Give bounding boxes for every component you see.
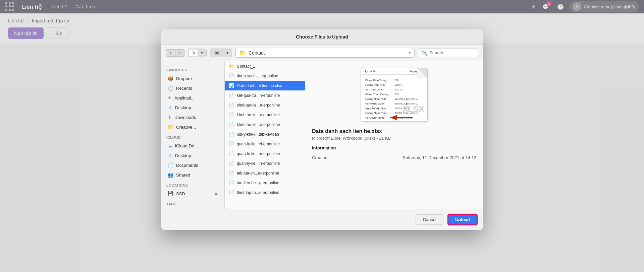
view-dropdown-button[interactable]: ▾: [198, 50, 206, 56]
file-preview-thumbnail: Họ và tên Ngày sinh Phạm Kiến Trung2/1/.…: [361, 68, 428, 122]
file-khoi1-icon: 📄: [229, 103, 234, 108]
file-info-type: Microsoft Excel Workbook (.xlsx) - 11 KB: [312, 136, 476, 141]
sidebar: Favorites 📦 Dropbox 🕐 Recents ✈ Applicat…: [161, 61, 225, 209]
file-item-khoi-tao-2[interactable]: 📄 khoi-tao-lie...y-erponline: [225, 110, 305, 120]
sidebar-label-recents: Recents: [176, 86, 192, 91]
file-tao-lien-icon: 📄: [229, 180, 234, 185]
file-item-tab-lua[interactable]: 📄 tab-lua-ch...el-erponline: [225, 168, 305, 178]
file-item-contact1[interactable]: 📁 Contact_1: [225, 61, 305, 71]
eject-icon[interactable]: ⏏: [214, 192, 218, 196]
view-list-toggle: ⊞⊞ ▾: [210, 49, 232, 57]
file-quan-ly2-icon: 📄: [229, 151, 234, 156]
file-luu-y-icon: 📄: [229, 132, 234, 137]
xlsx-watermark: XLSX: [402, 104, 424, 115]
sidebar-label-desktop-fav: Desktop: [175, 105, 191, 110]
sidebar-item-desktop-icloud[interactable]: 🖥 Desktop: [162, 151, 223, 160]
file-quan-ly3-icon: 📄: [229, 161, 234, 166]
file-name-khoi1: khoi-tao-lie...n-erponline: [237, 103, 280, 108]
info-created-row: Created Saturday, 11 December 2021 at 14…: [312, 154, 476, 161]
icloud-title: iCloud: [161, 132, 224, 141]
favorites-title: Favorites: [161, 65, 224, 73]
col-ngay-sinh: Ngày sinh: [410, 70, 425, 73]
sidebar-item-icloud-drive[interactable]: ☁ iCloud Dri...: [162, 141, 223, 150]
creative-icon: 📁: [168, 124, 173, 130]
file-item-quan-ly-2[interactable]: 📄 quan-ly-lie...m-erponline: [225, 149, 305, 158]
file-name-quan-ly2: quan-ly-lie...m-erponline: [237, 151, 280, 156]
folder-contact1-icon: 📁: [229, 64, 234, 69]
file-item-quan-ly-3[interactable]: 📄 quan-ly-lie...in-erponline: [225, 158, 305, 168]
preview-table-header: Họ và tên Ngày sinh: [361, 68, 427, 75]
dropbox-icon: 📦: [168, 76, 173, 81]
file-item-ket-qua[interactable]: 📄 ket-qua-tra...h-erponline: [225, 90, 305, 100]
file-name-ket-qua: ket-qua-tra...h-erponline: [237, 93, 280, 98]
dialog-body: Favorites 📦 Dropbox 🕐 Recents ✈ Applicat…: [161, 61, 483, 209]
dialog-footer: Cancel Upload: [161, 209, 483, 230]
sidebar-label-documents: Documents: [176, 163, 198, 168]
downloads-icon: ⬇: [168, 115, 172, 120]
documents-icon: 📄: [168, 162, 173, 168]
file-name-thiet-lap: thiet-lap-ta...e-erponline: [237, 190, 279, 195]
sidebar-label-ssd: SSD: [176, 191, 185, 196]
search-bar[interactable]: 🔍: [418, 49, 478, 57]
file-name-danh-sach: danh-sach-...-erponline: [237, 74, 278, 78]
file-item-danh-sach[interactable]: 📄 danh-sach-...-erponline: [225, 71, 305, 81]
file-item-data-danh[interactable]: 📊 Data danh...h lien he.xlsx: [225, 81, 305, 90]
sidebar-item-dropbox[interactable]: 📦 Dropbox: [162, 74, 223, 83]
file-khoi2-icon: 📄: [229, 112, 234, 117]
nav-back-button[interactable]: ‹: [166, 49, 175, 57]
file-tab-lua-icon: 📄: [229, 171, 234, 176]
file-xlsx-icon: 📊: [229, 83, 234, 88]
file-khoi3-icon: 📄: [229, 122, 234, 127]
file-item-tao-lien[interactable]: 📄 tao-lien-he...g-erponline: [225, 178, 305, 188]
sidebar-item-applications[interactable]: ✈ Applicati...: [162, 93, 223, 103]
file-name-contact1: Contact_1: [237, 64, 255, 69]
file-thiet-lap-icon: 📄: [229, 190, 234, 195]
apps-icon: ✈: [168, 95, 172, 100]
sidebar-item-ssd[interactable]: 💾 SSD ⏏: [162, 189, 223, 198]
sidebar-item-recents[interactable]: 🕐 Recents: [162, 83, 223, 93]
file-name-quan-ly3: quan-ly-lie...in-erponline: [237, 161, 280, 166]
location-chevron-icon: ▾: [409, 51, 411, 55]
sidebar-item-shared[interactable]: 👥 Shared: [162, 170, 223, 180]
file-info-name: Data danh sach lien he.xlsx: [312, 128, 476, 134]
file-name-tab-lua: tab-lua-ch...el-erponline: [237, 171, 279, 176]
view-grid-button[interactable]: ⊞: [189, 50, 198, 56]
view-list-drop-button[interactable]: ▾: [224, 50, 231, 56]
locations-title: Locations: [161, 180, 224, 189]
sidebar-item-creative[interactable]: 📁 Creative...: [162, 122, 223, 132]
file-item-khoi-tao-1[interactable]: 📄 khoi-tao-lie...n-erponline: [225, 100, 305, 110]
icloud-icon: ☁: [168, 143, 172, 148]
file-item-khoi-tao-3[interactable]: 📄 khoi-tao-lie...o-erponline: [225, 120, 305, 129]
sidebar-label-dropbox: Dropbox: [176, 76, 193, 81]
preview-row: Hoàng Nhân Việt12/4/92 Lập trình v...: [364, 97, 424, 101]
ssd-icon: 💾: [168, 191, 173, 196]
sidebar-label-icloud: iCloud Dri...: [175, 143, 198, 148]
sidebar-item-documents[interactable]: 📄 Documents: [162, 160, 223, 170]
preview-row: Vũ Quỳnh Ngọc12/12/90 Lễ tân: [364, 116, 424, 120]
sidebar-label-desktop-icloud: Desktop: [175, 153, 191, 158]
location-bar[interactable]: 📁 Contact ▾: [235, 48, 415, 58]
preview-row: Hoàng Văn Thái12/9/...: [364, 83, 424, 87]
recents-icon: 🕐: [168, 85, 173, 91]
nav-forward-button[interactable]: ›: [175, 49, 184, 57]
folder-icon: 📁: [239, 50, 246, 56]
view-toggle: ⊞ ▾: [188, 49, 207, 57]
sidebar-item-desktop-fav[interactable]: 🖥 Desktop: [162, 103, 223, 112]
sidebar-label-downloads: Downloads: [174, 115, 196, 120]
sidebar-item-downloads[interactable]: ⬇ Downloads: [162, 113, 223, 122]
preview-panel: Họ và tên Ngày sinh Phạm Kiến Trung2/1/.…: [305, 61, 483, 209]
preview-row: Vũ Trung Quân23/12/...: [364, 87, 424, 91]
file-name-quan-ly1: quan-ly-lie...el-erponline: [237, 142, 280, 146]
file-name-luu-y: luu-y-khi-k...tab-ke-toan: [237, 132, 279, 137]
search-input[interactable]: [429, 50, 475, 55]
cancel-button[interactable]: Cancel: [416, 214, 443, 225]
file-item-thiet-lap[interactable]: 📄 thiet-lap-ta...e-erponline: [225, 188, 305, 197]
file-item-luu-y[interactable]: 📄 luu-y-khi-k...tab-ke-toan: [225, 129, 305, 139]
file-item-quan-ly-1[interactable]: 📄 quan-ly-lie...el-erponline: [225, 139, 305, 149]
desktop-icloud-icon: 🖥: [168, 153, 172, 158]
sidebar-label-applications: Applicati...: [174, 95, 195, 100]
file-danh-sach-icon: 📄: [229, 73, 234, 78]
view-list-button[interactable]: ⊞⊞: [211, 50, 223, 56]
upload-button[interactable]: Upload: [447, 214, 478, 225]
file-list: 📁 Contact_1 📄 danh-sach-...-erponline 📊 …: [225, 61, 305, 209]
